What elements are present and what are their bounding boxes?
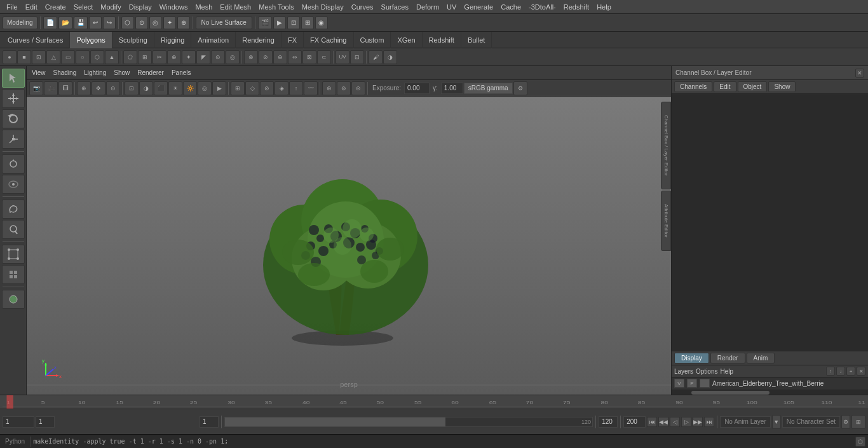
frame-btn[interactable]: ⊡	[287, 17, 300, 29]
menu-display[interactable]: Display	[125, 2, 156, 12]
tab-xgen[interactable]: XGen	[391, 32, 422, 48]
gamma-dropdown[interactable]: sRGB gamma	[464, 83, 513, 94]
vp-render-btn[interactable]: ▶	[212, 81, 226, 95]
vp-crease-btn[interactable]: 〰	[304, 81, 318, 95]
save-file-btn[interactable]: 💾	[74, 17, 88, 29]
vp-shadow-btn[interactable]: 🔆	[183, 81, 197, 95]
soft-select-tool[interactable]	[2, 175, 25, 194]
fill-hole-btn[interactable]: ⊙	[211, 50, 225, 64]
menu-select[interactable]: Select	[70, 2, 97, 12]
reduce-btn[interactable]: ⊂	[317, 50, 331, 64]
layers-move-up[interactable]: ↑	[826, 367, 835, 376]
extract-btn[interactable]: ⊠	[302, 50, 316, 64]
current-frame-field[interactable]: 1	[36, 416, 55, 428]
tab-sculpting[interactable]: Sculpting	[112, 32, 154, 48]
prism-btn[interactable]: ⬡	[90, 50, 104, 64]
layers-label[interactable]: Layers	[674, 368, 693, 375]
play-fwd-btn[interactable]: ▷	[681, 417, 691, 427]
uv-unfold-btn[interactable]: UV	[336, 50, 349, 64]
mode-dropdown[interactable]: Modeling	[3, 17, 37, 29]
viewport-menu-shading[interactable]: Shading	[51, 69, 79, 77]
live-surface-label[interactable]: No Live Surface	[196, 17, 252, 29]
channel-tab-channels[interactable]: Channels	[674, 81, 712, 92]
menu-surfaces[interactable]: Surfaces	[377, 2, 412, 12]
vp-normals-btn[interactable]: ↑	[289, 81, 303, 95]
bevel-btn[interactable]: ⬠	[123, 50, 137, 64]
universal-tool[interactable]	[2, 154, 25, 173]
lasso-btn[interactable]: ⊙	[135, 17, 148, 29]
tab-redshift[interactable]: Redshift	[423, 32, 461, 48]
torus-btn[interactable]: ○	[76, 50, 90, 64]
timeline-ruler[interactable]: // Generated as static SVG 1 5 10 15 20 …	[0, 395, 868, 409]
menu-edit-mesh[interactable]: Edit Mesh	[216, 2, 255, 12]
channel-box-side-tab[interactable]: Channel Box / Layer Editor	[661, 102, 671, 189]
viewport-menu-panels[interactable]: Panels	[169, 69, 194, 77]
vp-backface-btn[interactable]: ◈	[275, 81, 288, 95]
vp-icon-c[interactable]: ⊝	[351, 81, 365, 95]
layer-color-btn[interactable]	[700, 379, 710, 388]
wedge-btn[interactable]: ◤	[196, 50, 210, 64]
snap-btn[interactable]: ✦	[163, 17, 176, 29]
vp-grid-btn[interactable]: ⊞	[231, 81, 245, 95]
render-btn[interactable]: 🎬	[258, 17, 272, 29]
scale-tool-left[interactable]	[2, 130, 25, 149]
out-end-display[interactable]: 200	[623, 416, 646, 428]
viewport-menu-renderer[interactable]: Renderer	[135, 69, 166, 77]
display-mode-btn[interactable]	[2, 290, 25, 309]
bridge-btn[interactable]: ⊞	[138, 50, 152, 64]
attr-editor-side-tab[interactable]: Attribute Editor	[661, 191, 671, 251]
vp-icon3[interactable]: ⊙	[106, 81, 120, 95]
vp-smooth-btn[interactable]: ◑	[139, 81, 153, 95]
vp-icon2[interactable]: ✥	[92, 81, 105, 95]
menu-help[interactable]: Help	[593, 2, 615, 12]
vp-settings-btn[interactable]: ⚙	[513, 81, 527, 95]
vp-texture-btn[interactable]: ⬛	[154, 81, 168, 95]
channel-tab-show[interactable]: Show	[768, 81, 796, 92]
layers-move-dn[interactable]: ↓	[836, 367, 845, 376]
exposure-value[interactable]: 0.00	[404, 83, 430, 94]
anim-layer-options[interactable]: ▼	[772, 415, 781, 429]
tab-display[interactable]: Display	[674, 353, 709, 363]
sphere-btn[interactable]: ●	[3, 50, 17, 64]
range-start-field[interactable]: 1	[3, 416, 34, 428]
tab-anim-layers[interactable]: Anim	[747, 353, 775, 363]
menu-redshift[interactable]: Redshift	[560, 2, 593, 12]
cylinder-btn[interactable]: ⊡	[32, 50, 46, 64]
snapping-tool[interactable]	[2, 265, 25, 284]
menu-3dtoa[interactable]: -3DtoAll-	[525, 2, 560, 12]
channel-box-close[interactable]: ✕	[855, 69, 864, 78]
combine-btn[interactable]: ⊗	[244, 50, 258, 64]
redshift-preview-btn[interactable]: ◉	[315, 17, 328, 29]
open-file-btn[interactable]: 📂	[58, 17, 72, 29]
connect-btn[interactable]: ⊕	[167, 50, 181, 64]
tab-render[interactable]: Render	[710, 353, 745, 363]
tab-fx-caching[interactable]: FX Caching	[304, 32, 353, 48]
boolean-btn[interactable]: ⊖	[273, 50, 287, 64]
menu-deform[interactable]: Deform	[412, 2, 443, 12]
menu-uv[interactable]: UV	[443, 2, 460, 12]
step-back-btn[interactable]: ◀◀	[658, 417, 668, 427]
separate-btn[interactable]: ⊘	[259, 50, 273, 64]
gamma-value[interactable]: 1.00	[441, 83, 463, 94]
pyramid-btn[interactable]: ▲	[105, 50, 119, 64]
layers-new[interactable]: +	[846, 367, 855, 376]
select-tool-left[interactable]	[2, 69, 25, 88]
mirror-btn[interactable]: ⇔	[288, 50, 302, 64]
plane-btn[interactable]: ▭	[61, 50, 75, 64]
move-tool-left[interactable]	[2, 89, 25, 108]
paint-btn[interactable]: ◎	[149, 17, 162, 29]
layers-scrollbar-thumb[interactable]	[691, 391, 770, 395]
vertex-mode[interactable]	[2, 245, 25, 264]
vp-ao-btn[interactable]: ◎	[198, 81, 212, 95]
layers-options[interactable]: Options	[696, 368, 717, 375]
char-set-dropdown[interactable]: No Character Set	[782, 416, 840, 428]
viewport-menu-lighting[interactable]: Lighting	[81, 69, 109, 77]
rotate-tool-left[interactable]	[2, 109, 25, 128]
menu-mesh-display[interactable]: Mesh Display	[298, 2, 348, 12]
lasso-tool[interactable]	[2, 200, 25, 219]
play-back-btn[interactable]: ◁	[670, 417, 680, 427]
vp-cam-btn2[interactable]: 🎞	[58, 81, 72, 95]
vp-icon-b[interactable]: ⊜	[337, 81, 351, 95]
vp-icon1[interactable]: ⊕	[77, 81, 91, 95]
render-seq-btn[interactable]: ⊞	[301, 17, 314, 29]
